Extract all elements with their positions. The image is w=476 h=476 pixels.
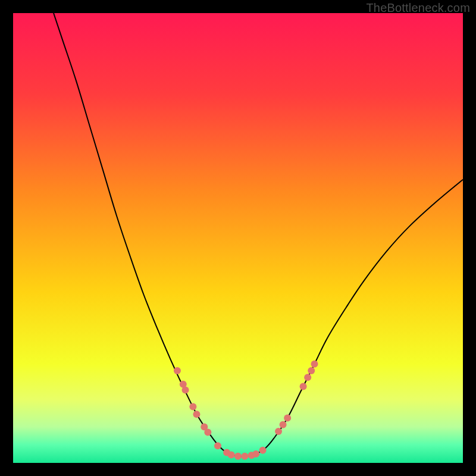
curve-marker (252, 450, 259, 458)
curve-marker (308, 367, 315, 374)
curve-marker (189, 403, 196, 411)
gradient-background (13, 13, 463, 463)
chart-svg (13, 13, 463, 463)
curve-marker (280, 421, 287, 428)
curve-marker (311, 361, 318, 368)
curve-marker (304, 374, 311, 381)
curve-marker (259, 447, 267, 454)
curve-marker (182, 387, 189, 394)
curve-marker (241, 453, 248, 460)
curve-marker (300, 383, 307, 390)
curve-marker (228, 451, 235, 458)
curve-marker (193, 411, 200, 418)
curve-marker (284, 414, 291, 421)
curve-marker (214, 442, 221, 449)
curve-marker (234, 453, 242, 460)
watermark-text: TheBottleneck.com (366, 1, 470, 15)
curve-marker (204, 429, 211, 436)
curve-marker (275, 428, 282, 435)
chart-frame (13, 13, 463, 463)
curve-marker (174, 367, 181, 374)
